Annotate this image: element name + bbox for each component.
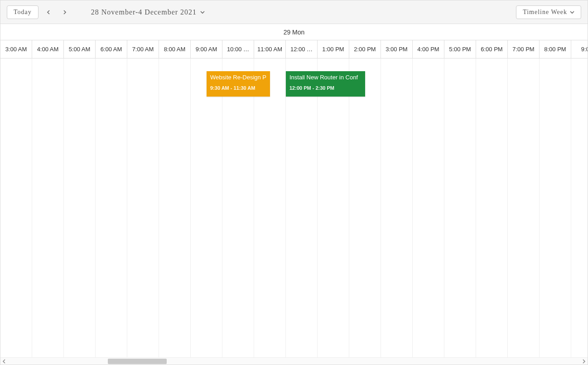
today-button-label: Today: [14, 9, 32, 16]
grid-column: [318, 58, 349, 357]
time-header-cell: 5:00 PM: [444, 40, 476, 58]
chevron-left-icon: [46, 10, 51, 15]
grid-column: [96, 58, 127, 357]
chevron-down-icon: [200, 10, 205, 15]
scheduler: Today 28 November-4 December 2021 Timeli…: [0, 0, 588, 365]
chevron-left-icon: [2, 359, 6, 364]
time-header-cell: 11:00 AM: [254, 40, 286, 58]
time-header-cell: 8:00 PM: [540, 40, 571, 58]
time-header-cell: 9:00: [571, 40, 588, 58]
time-header-cell: 10:00 …: [222, 40, 254, 58]
chevron-down-icon: [570, 10, 574, 15]
time-header-cell: 4:00 AM: [32, 40, 64, 58]
time-header-cell: 6:00 PM: [476, 40, 508, 58]
grid-column: [64, 58, 96, 357]
chevron-right-icon: [63, 10, 67, 15]
view-switcher-label: Timeline Week: [523, 9, 567, 16]
grid-column: [413, 58, 444, 357]
appointment-title: Install New Router in Conf: [289, 74, 361, 81]
chevron-right-icon: [582, 359, 586, 364]
appointment-time: 12:00 PM - 2:30 PM: [289, 85, 361, 91]
grid-column: [191, 58, 222, 357]
time-header-cell: 2:00 PM: [349, 40, 381, 58]
time-header-cell: 4:00 PM: [413, 40, 444, 58]
grid-column: [540, 58, 571, 357]
grid-column: [0, 58, 32, 357]
scroll-right-button[interactable]: [580, 358, 588, 365]
time-header-cell: 7:00 PM: [508, 40, 540, 58]
time-header-cell: 8:00 AM: [159, 40, 191, 58]
time-header-cell: 9:00 AM: [191, 40, 222, 58]
grid-column: [571, 58, 588, 357]
today-button[interactable]: Today: [7, 5, 39, 19]
grid-column: [159, 58, 191, 357]
timeline-grid[interactable]: Website Re-Design Plan9:30 AM - 11:30 AM…: [0, 58, 588, 357]
grid-column: [349, 58, 381, 357]
grid-column: [222, 58, 254, 357]
appointment-title: Website Re-Design Plan: [210, 74, 266, 81]
grid-column: [476, 58, 508, 357]
time-header-cell: 6:00 AM: [96, 40, 127, 58]
prev-button[interactable]: [42, 5, 55, 19]
grid-column: [286, 58, 318, 357]
appointment[interactable]: Install New Router in Conf12:00 PM - 2:3…: [286, 71, 365, 97]
horizontal-scrollbar[interactable]: [0, 357, 588, 365]
grid-column: [381, 58, 413, 357]
grid-column: [127, 58, 159, 357]
date-range-label: 28 November-4 December 2021: [91, 8, 197, 16]
scroll-left-button[interactable]: [0, 358, 8, 365]
date-header: 29 Mon: [0, 24, 588, 40]
grid-column: [508, 58, 540, 357]
time-header-cell: 3:00 AM: [0, 40, 32, 58]
time-header: 3:00 AM4:00 AM5:00 AM6:00 AM7:00 AM8:00 …: [0, 40, 588, 58]
view-switcher[interactable]: Timeline Week: [516, 5, 581, 19]
time-header-cell: 5:00 AM: [64, 40, 96, 58]
next-button[interactable]: [58, 5, 71, 19]
time-header-cell: 7:00 AM: [127, 40, 159, 58]
appointment-time: 9:30 AM - 11:30 AM: [210, 85, 266, 91]
date-header-label: 29 Mon: [284, 29, 305, 36]
toolbar: Today 28 November-4 December 2021 Timeli…: [0, 0, 588, 24]
scrollbar-thumb[interactable]: [108, 359, 167, 364]
grid-column: [254, 58, 286, 357]
grid-columns: [0, 58, 588, 357]
scrollbar-track[interactable]: [8, 358, 580, 365]
grid-column: [32, 58, 64, 357]
date-range-picker[interactable]: 28 November-4 December 2021: [87, 6, 209, 18]
time-header-cell: 12:00 …: [286, 40, 318, 58]
time-header-cell: 1:00 PM: [318, 40, 349, 58]
appointment[interactable]: Website Re-Design Plan9:30 AM - 11:30 AM: [207, 71, 270, 97]
grid-column: [444, 58, 476, 357]
time-header-cell: 3:00 PM: [381, 40, 413, 58]
